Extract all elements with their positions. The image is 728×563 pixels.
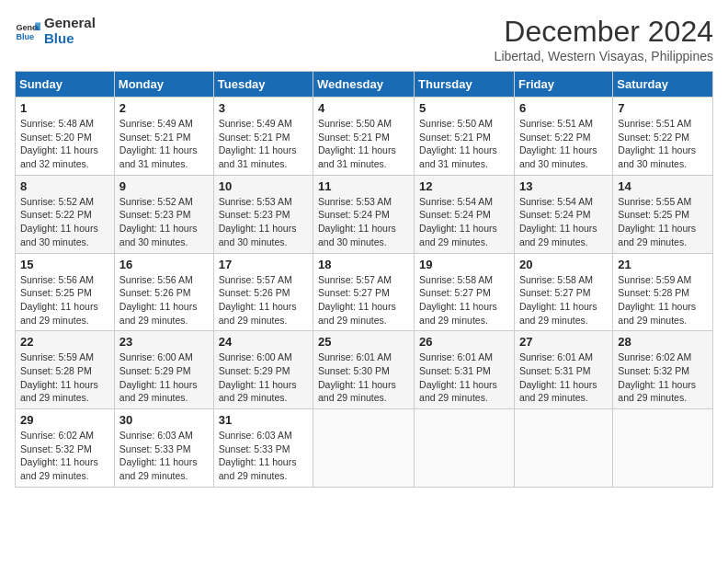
day-number: 30: [119, 413, 209, 427]
week-row-2: 8 Sunrise: 5:52 AM Sunset: 5:22 PM Dayli…: [16, 175, 713, 253]
day-number: 5: [419, 101, 509, 115]
day-info: Sunrise: 5:57 AM Sunset: 5:26 PM Dayligh…: [219, 273, 308, 327]
day-number: 21: [618, 258, 708, 271]
day-number: 22: [20, 335, 109, 349]
title-block: December 2024 Libertad, Western Visayas,…: [495, 15, 713, 63]
logo-blue: Blue: [44, 30, 96, 46]
day-info: Sunrise: 5:49 AM Sunset: 5:21 PM Dayligh…: [119, 117, 209, 171]
header-cell-sunday: Sunday: [16, 72, 115, 98]
day-cell: [613, 409, 713, 488]
day-info: Sunrise: 6:01 AM Sunset: 5:31 PM Dayligh…: [419, 350, 509, 405]
day-cell: [313, 409, 415, 488]
day-cell: 26 Sunrise: 6:01 AM Sunset: 5:31 PM Dayl…: [415, 331, 515, 409]
day-info: Sunrise: 5:58 AM Sunset: 5:27 PM Dayligh…: [419, 273, 509, 327]
day-info: Sunrise: 5:57 AM Sunset: 5:27 PM Dayligh…: [318, 273, 409, 327]
day-number: 9: [119, 179, 209, 193]
day-cell: 7 Sunrise: 5:51 AM Sunset: 5:22 PM Dayli…: [613, 98, 713, 176]
logo-icon: General Blue: [15, 17, 40, 43]
day-cell: 13 Sunrise: 5:54 AM Sunset: 5:24 PM Dayl…: [514, 175, 612, 253]
day-info: Sunrise: 5:55 AM Sunset: 5:25 PM Dayligh…: [618, 195, 708, 249]
day-cell: 3 Sunrise: 5:49 AM Sunset: 5:21 PM Dayli…: [213, 98, 313, 176]
header-row: SundayMondayTuesdayWednesdayThursdayFrid…: [16, 72, 713, 98]
day-cell: 14 Sunrise: 5:55 AM Sunset: 5:25 PM Dayl…: [613, 175, 713, 253]
header-cell-wednesday: Wednesday: [313, 72, 415, 98]
week-row-1: 1 Sunrise: 5:48 AM Sunset: 5:20 PM Dayli…: [16, 98, 713, 176]
day-cell: 25 Sunrise: 6:01 AM Sunset: 5:30 PM Dayl…: [313, 331, 415, 409]
day-number: 4: [318, 101, 409, 115]
header-cell-monday: Monday: [114, 72, 213, 98]
day-cell: 15 Sunrise: 5:56 AM Sunset: 5:25 PM Dayl…: [16, 253, 115, 331]
day-cell: [514, 409, 612, 488]
day-info: Sunrise: 5:58 AM Sunset: 5:27 PM Dayligh…: [519, 273, 608, 327]
day-cell: 27 Sunrise: 6:01 AM Sunset: 5:31 PM Dayl…: [514, 331, 612, 409]
day-number: 15: [20, 258, 109, 271]
day-info: Sunrise: 5:59 AM Sunset: 5:28 PM Dayligh…: [618, 273, 708, 327]
day-number: 12: [419, 179, 509, 193]
day-number: 18: [318, 258, 409, 271]
day-cell: 28 Sunrise: 6:02 AM Sunset: 5:32 PM Dayl…: [613, 331, 713, 409]
day-cell: 23 Sunrise: 6:00 AM Sunset: 5:29 PM Dayl…: [114, 331, 213, 409]
logo-general: General: [44, 15, 96, 30]
day-cell: 30 Sunrise: 6:03 AM Sunset: 5:33 PM Dayl…: [114, 409, 213, 488]
week-row-3: 15 Sunrise: 5:56 AM Sunset: 5:25 PM Dayl…: [16, 253, 713, 331]
day-cell: 29 Sunrise: 6:02 AM Sunset: 5:32 PM Dayl…: [16, 409, 115, 488]
day-info: Sunrise: 5:48 AM Sunset: 5:20 PM Dayligh…: [20, 117, 109, 171]
day-number: 23: [119, 335, 209, 349]
day-info: Sunrise: 5:51 AM Sunset: 5:22 PM Dayligh…: [519, 117, 608, 171]
day-number: 6: [519, 101, 608, 115]
day-number: 29: [20, 413, 109, 427]
day-number: 26: [419, 335, 509, 349]
day-info: Sunrise: 6:03 AM Sunset: 5:33 PM Dayligh…: [119, 429, 209, 483]
day-cell: 20 Sunrise: 5:58 AM Sunset: 5:27 PM Dayl…: [514, 253, 612, 331]
day-number: 25: [318, 335, 409, 349]
day-number: 2: [119, 101, 209, 115]
day-cell: 17 Sunrise: 5:57 AM Sunset: 5:26 PM Dayl…: [213, 253, 313, 331]
day-number: 16: [119, 258, 209, 271]
day-info: Sunrise: 5:59 AM Sunset: 5:28 PM Dayligh…: [20, 350, 109, 405]
day-info: Sunrise: 5:54 AM Sunset: 5:24 PM Dayligh…: [419, 195, 509, 249]
day-info: Sunrise: 6:01 AM Sunset: 5:31 PM Dayligh…: [519, 350, 608, 405]
day-cell: 12 Sunrise: 5:54 AM Sunset: 5:24 PM Dayl…: [415, 175, 515, 253]
day-info: Sunrise: 5:52 AM Sunset: 5:22 PM Dayligh…: [20, 195, 109, 249]
day-number: 31: [219, 413, 308, 427]
day-number: 3: [219, 101, 308, 115]
day-cell: 4 Sunrise: 5:50 AM Sunset: 5:21 PM Dayli…: [313, 98, 415, 176]
day-info: Sunrise: 6:03 AM Sunset: 5:33 PM Dayligh…: [219, 429, 308, 483]
day-cell: 16 Sunrise: 5:56 AM Sunset: 5:26 PM Dayl…: [114, 253, 213, 331]
calendar-table: SundayMondayTuesdayWednesdayThursdayFrid…: [15, 71, 713, 488]
day-cell: 10 Sunrise: 5:53 AM Sunset: 5:23 PM Dayl…: [213, 175, 313, 253]
day-number: 11: [318, 179, 409, 193]
day-info: Sunrise: 5:49 AM Sunset: 5:21 PM Dayligh…: [219, 117, 308, 171]
day-number: 17: [219, 258, 308, 271]
page-header: General Blue General Blue December 2024 …: [15, 15, 713, 63]
day-cell: 31 Sunrise: 6:03 AM Sunset: 5:33 PM Dayl…: [213, 409, 313, 488]
header-cell-tuesday: Tuesday: [213, 72, 313, 98]
header-cell-saturday: Saturday: [613, 72, 713, 98]
svg-text:Blue: Blue: [16, 32, 34, 41]
day-number: 7: [618, 101, 708, 115]
day-cell: 2 Sunrise: 5:49 AM Sunset: 5:21 PM Dayli…: [114, 98, 213, 176]
week-row-5: 29 Sunrise: 6:02 AM Sunset: 5:32 PM Dayl…: [16, 409, 713, 488]
day-info: Sunrise: 5:50 AM Sunset: 5:21 PM Dayligh…: [318, 117, 409, 171]
day-number: 28: [618, 335, 708, 349]
day-info: Sunrise: 6:00 AM Sunset: 5:29 PM Dayligh…: [119, 350, 209, 405]
header-cell-thursday: Thursday: [415, 72, 515, 98]
day-info: Sunrise: 5:56 AM Sunset: 5:25 PM Dayligh…: [20, 273, 109, 327]
day-cell: 5 Sunrise: 5:50 AM Sunset: 5:21 PM Dayli…: [415, 98, 515, 176]
day-info: Sunrise: 5:56 AM Sunset: 5:26 PM Dayligh…: [119, 273, 209, 327]
day-info: Sunrise: 6:01 AM Sunset: 5:30 PM Dayligh…: [318, 350, 409, 405]
day-info: Sunrise: 5:53 AM Sunset: 5:24 PM Dayligh…: [318, 195, 409, 249]
day-cell: 19 Sunrise: 5:58 AM Sunset: 5:27 PM Dayl…: [415, 253, 515, 331]
logo: General Blue General Blue: [15, 15, 96, 46]
day-number: 24: [219, 335, 308, 349]
day-info: Sunrise: 5:54 AM Sunset: 5:24 PM Dayligh…: [519, 195, 608, 249]
calendar-body: 1 Sunrise: 5:48 AM Sunset: 5:20 PM Dayli…: [16, 98, 713, 488]
day-cell: 9 Sunrise: 5:52 AM Sunset: 5:23 PM Dayli…: [114, 175, 213, 253]
day-cell: 8 Sunrise: 5:52 AM Sunset: 5:22 PM Dayli…: [16, 175, 115, 253]
month-title: December 2024: [495, 15, 713, 49]
day-cell: 1 Sunrise: 5:48 AM Sunset: 5:20 PM Dayli…: [16, 98, 115, 176]
day-cell: 24 Sunrise: 6:00 AM Sunset: 5:29 PM Dayl…: [213, 331, 313, 409]
location: Libertad, Western Visayas, Philippines: [495, 49, 713, 63]
day-number: 19: [419, 258, 509, 271]
calendar-header: SundayMondayTuesdayWednesdayThursdayFrid…: [16, 72, 713, 98]
